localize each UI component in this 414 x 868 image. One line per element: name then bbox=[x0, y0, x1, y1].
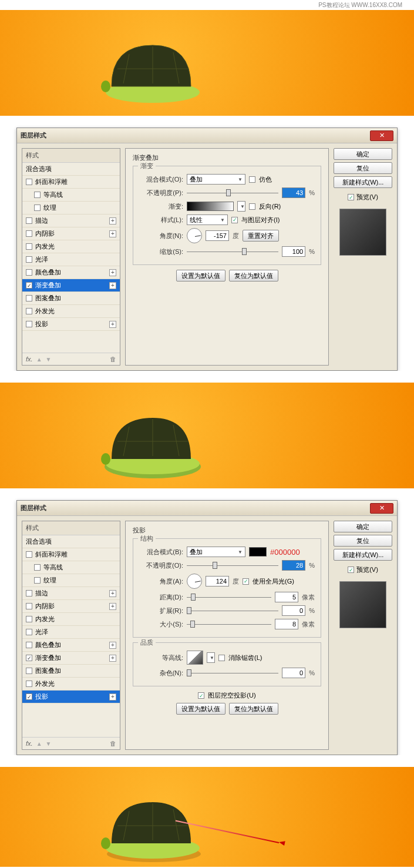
ok-button[interactable]: 确定 bbox=[334, 521, 392, 532]
distance-input[interactable]: 5 bbox=[275, 592, 298, 602]
contour-picker[interactable] bbox=[187, 651, 203, 665]
style-item[interactable]: 外发光 bbox=[22, 305, 120, 318]
style-item[interactable]: 内发光 bbox=[22, 240, 120, 253]
blend-options-item[interactable]: 混合选项 bbox=[22, 535, 120, 548]
style-checkbox[interactable] bbox=[34, 205, 41, 211]
size-slider[interactable] bbox=[187, 621, 271, 628]
shadow-color-swatch[interactable] bbox=[249, 547, 267, 557]
style-checkbox[interactable] bbox=[26, 551, 32, 558]
style-item[interactable]: 渐变叠加+ bbox=[22, 279, 120, 292]
blend-mode-select[interactable]: 叠加▼ bbox=[187, 547, 245, 557]
add-effect-icon[interactable]: + bbox=[109, 655, 116, 662]
add-effect-icon[interactable]: + bbox=[109, 693, 116, 701]
style-item[interactable]: 斜面和浮雕 bbox=[22, 548, 120, 561]
add-effect-icon[interactable]: + bbox=[109, 269, 116, 276]
style-item[interactable]: 等高线 bbox=[22, 189, 120, 202]
antialias-checkbox[interactable] bbox=[218, 655, 225, 661]
style-checkbox[interactable] bbox=[34, 564, 41, 571]
style-item[interactable]: 纹理 bbox=[22, 574, 120, 587]
make-default-button[interactable]: 设置为默认值 bbox=[176, 270, 225, 281]
style-item[interactable]: 描边+ bbox=[22, 215, 120, 227]
add-effect-icon[interactable]: + bbox=[109, 321, 116, 328]
style-checkbox[interactable] bbox=[26, 616, 32, 622]
opacity-input[interactable]: 28 bbox=[282, 560, 305, 571]
style-item[interactable]: 光泽 bbox=[22, 253, 120, 266]
style-item[interactable]: 内阴影+ bbox=[22, 600, 120, 613]
align-checkbox[interactable] bbox=[231, 217, 238, 223]
knockout-checkbox[interactable] bbox=[198, 692, 204, 699]
style-checkbox[interactable] bbox=[26, 243, 32, 250]
reset-align-button[interactable]: 重置对齐 bbox=[243, 230, 279, 242]
style-checkbox[interactable] bbox=[34, 192, 41, 198]
dither-checkbox[interactable] bbox=[249, 176, 255, 183]
style-checkbox[interactable] bbox=[26, 681, 32, 687]
add-effect-icon[interactable]: + bbox=[109, 217, 116, 224]
reset-default-button[interactable]: 复位为默认值 bbox=[229, 270, 278, 281]
style-item[interactable]: 图案叠加 bbox=[22, 665, 120, 678]
gradient-picker[interactable] bbox=[187, 202, 234, 211]
style-checkbox[interactable] bbox=[26, 295, 32, 301]
style-item[interactable]: 渐变叠加+ bbox=[22, 652, 120, 665]
add-effect-icon[interactable]: + bbox=[109, 590, 116, 597]
up-arrow-icon[interactable]: ▲ bbox=[36, 356, 42, 363]
new-style-button[interactable]: 新建样式(W)... bbox=[334, 176, 392, 188]
angle-input[interactable]: 124 bbox=[206, 576, 229, 587]
style-checkbox[interactable] bbox=[26, 321, 32, 327]
close-button[interactable]: ✕ bbox=[370, 503, 393, 514]
style-checkbox[interactable] bbox=[26, 256, 32, 263]
style-checkbox[interactable] bbox=[26, 217, 32, 224]
angle-dial[interactable] bbox=[187, 574, 202, 589]
blend-options-item[interactable]: 混合选项 bbox=[22, 163, 120, 176]
style-item[interactable]: 光泽 bbox=[22, 626, 120, 639]
opacity-input[interactable]: 43 bbox=[282, 187, 305, 198]
global-light-checkbox[interactable] bbox=[243, 578, 249, 585]
trash-icon[interactable]: 🗑 bbox=[110, 740, 116, 747]
preview-checkbox[interactable] bbox=[348, 567, 354, 573]
scale-slider[interactable] bbox=[187, 248, 278, 255]
style-item[interactable]: 描边+ bbox=[22, 587, 120, 600]
ok-button[interactable]: 确定 bbox=[334, 148, 392, 160]
style-item[interactable]: 内发光 bbox=[22, 613, 120, 626]
size-input[interactable]: 8 bbox=[275, 619, 298, 629]
cancel-button[interactable]: 复位 bbox=[334, 162, 392, 174]
add-effect-icon[interactable]: + bbox=[109, 282, 116, 289]
style-checkbox[interactable] bbox=[26, 179, 32, 185]
style-checkbox[interactable] bbox=[34, 577, 41, 584]
style-checkbox[interactable] bbox=[26, 642, 32, 648]
style-item[interactable]: 投影+ bbox=[22, 318, 120, 331]
style-item[interactable]: 投影+ bbox=[22, 691, 120, 703]
blend-mode-select[interactable]: 叠加▼ bbox=[187, 174, 245, 185]
add-effect-icon[interactable]: + bbox=[109, 603, 116, 610]
scale-input[interactable]: 100 bbox=[282, 246, 305, 257]
reverse-checkbox[interactable] bbox=[249, 203, 255, 210]
titlebar[interactable]: 图层样式 ✕ bbox=[17, 128, 397, 143]
style-checkbox[interactable] bbox=[26, 308, 32, 314]
down-arrow-icon[interactable]: ▼ bbox=[46, 740, 52, 747]
contour-dropdown[interactable]: ▼ bbox=[207, 652, 215, 663]
gradient-dropdown[interactable]: ▼ bbox=[237, 201, 245, 212]
style-checkbox[interactable] bbox=[26, 693, 32, 700]
style-item[interactable]: 纹理 bbox=[22, 202, 120, 215]
style-checkbox[interactable] bbox=[26, 590, 32, 596]
style-checkbox[interactable] bbox=[26, 603, 32, 609]
style-item[interactable]: 斜面和浮雕 bbox=[22, 176, 120, 189]
distance-slider[interactable] bbox=[187, 594, 271, 601]
style-item[interactable]: 颜色叠加+ bbox=[22, 639, 120, 652]
style-checkbox[interactable] bbox=[26, 655, 32, 661]
spread-slider[interactable] bbox=[187, 607, 278, 614]
add-effect-icon[interactable]: + bbox=[109, 230, 116, 237]
reset-default-button[interactable]: 复位为默认值 bbox=[229, 703, 278, 715]
new-style-button[interactable]: 新建样式(W)... bbox=[334, 549, 392, 561]
opacity-slider[interactable] bbox=[187, 562, 278, 569]
up-arrow-icon[interactable]: ▲ bbox=[36, 740, 42, 747]
down-arrow-icon[interactable]: ▼ bbox=[46, 356, 52, 363]
style-item[interactable]: 内阴影+ bbox=[22, 227, 120, 240]
style-checkbox[interactable] bbox=[26, 230, 32, 237]
style-checkbox[interactable] bbox=[26, 629, 32, 635]
make-default-button[interactable]: 设置为默认值 bbox=[176, 703, 225, 715]
titlebar[interactable]: 图层样式 ✕ bbox=[17, 501, 397, 516]
style-checkbox[interactable] bbox=[26, 668, 32, 674]
style-select[interactable]: 线性▼ bbox=[187, 215, 228, 225]
angle-dial[interactable] bbox=[187, 228, 202, 243]
opacity-slider[interactable] bbox=[187, 189, 278, 196]
